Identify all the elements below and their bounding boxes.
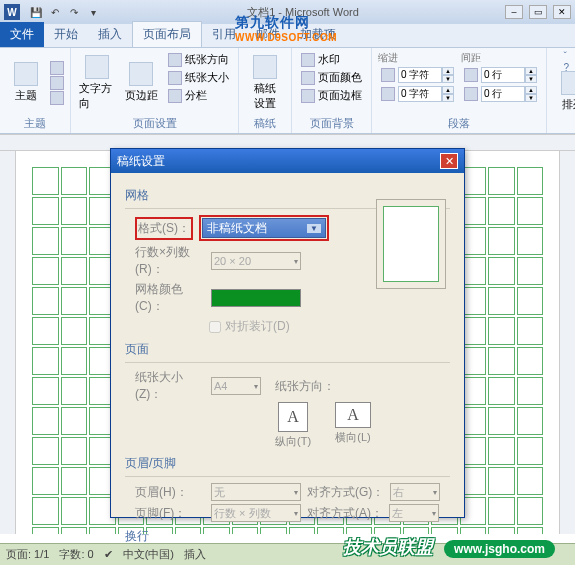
minimize-button[interactable]: – [505,5,523,19]
spacing-label: 间距 [461,51,540,65]
spacing-after[interactable]: ▲▼ [461,85,540,103]
qat-more-icon[interactable]: ▾ [85,4,101,20]
status-mode[interactable]: 插入 [184,547,206,562]
indent-left[interactable]: ▲▼ [378,66,457,84]
indent-right-input[interactable] [398,86,442,102]
footer-align-select: 左▾ [389,504,439,522]
group-label-page-setup: 页面设置 [77,114,232,131]
ribbon-group-gaozhi: 稿纸 设置 稿纸 [239,48,292,133]
footer-watermark: 技术员联盟 www.jsgho.com [343,535,555,559]
spacing-after-input[interactable] [481,86,525,102]
dialog-titlebar[interactable]: 稿纸设置 ✕ [111,149,464,173]
tab-file[interactable]: 文件 [0,22,44,47]
group-label-paragraph: 段落 [378,114,540,131]
gridcolor-label: 网格颜色(C)： [135,281,205,315]
header-align-select: 右▾ [390,483,440,501]
footer-label: 页脚(F)： [135,505,205,522]
paper-direction-button[interactable]: 纸张方向 [165,51,232,68]
tab-insert[interactable]: 插入 [88,22,132,47]
text-direction-button[interactable]: 文字方向 [77,51,117,114]
vertical-scrollbar[interactable] [559,151,575,534]
theme-colors-icon[interactable] [50,61,64,75]
format-label: 格式(S)： [138,221,190,235]
dialog-title: 稿纸设置 [117,153,165,170]
ribbon-group-arrange: 排列 [547,48,575,133]
page-border-button[interactable]: 页面边框 [298,87,365,104]
spacing-before-input[interactable] [481,67,525,83]
section-header-footer: 页眉/页脚 [125,455,450,472]
columns-button[interactable]: 分栏 [165,87,232,104]
word-app-icon: W [4,4,20,20]
undo-icon[interactable]: ↶ [47,4,63,20]
group-label-gaozhi: 稿纸 [245,114,285,131]
gaozhi-settings-dialog: 稿纸设置 ✕ 网格 格式(S)： 非稿纸文档▼ 行数×列数(R)：20 × 20… [110,148,465,518]
grid-preview [376,199,446,289]
tab-page-layout[interactable]: 页面布局 [132,21,202,47]
quick-access-toolbar: 💾 ↶ ↷ ▾ [28,4,101,20]
save-icon[interactable]: 💾 [28,4,44,20]
rowcol-label: 行数×列数(R)： [135,244,205,278]
gridcolor-select [211,289,301,307]
close-button[interactable]: ✕ [553,5,571,19]
vertical-ruler[interactable] [0,151,16,534]
theme-effects-icon[interactable] [50,91,64,105]
group-label-page-bg: 页面背景 [298,114,365,131]
ribbon-group-page-setup: 文字方向 页边距 纸张方向 纸张大小 分栏 页面设置 [71,48,239,133]
footer-select: 行数 × 列数▾ [211,504,301,522]
papersize-select: A4▾ [211,377,261,395]
spacing-before[interactable]: ▲▼ [461,66,540,84]
indent-label: 缩进 [378,51,457,65]
margins-button[interactable]: 页边距 [121,51,161,114]
page-color-button[interactable]: 页面颜色 [298,69,365,86]
section-page: 页面 [125,341,450,358]
papersize-label: 纸张大小(Z)： [135,369,205,403]
status-page[interactable]: 页面: 1/1 [6,547,49,562]
dialog-close-button[interactable]: ✕ [440,153,458,169]
paper-size-button[interactable]: 纸张大小 [165,69,232,86]
status-language[interactable]: 中文(中国) [123,547,174,562]
theme-fonts-icon[interactable] [50,76,64,90]
ribbon-minimize-icon[interactable]: ˇ? [563,51,569,73]
header-label: 页眉(H)： [135,484,205,501]
orientation-landscape: A横向(L) [335,402,371,449]
tab-home[interactable]: 开始 [44,22,88,47]
watermark-button[interactable]: 水印 [298,51,365,68]
rowcol-select: 20 × 20▾ [211,252,301,270]
footer-align-label: 对齐方式(A)： [307,505,383,522]
gaozhi-settings-button[interactable]: 稿纸 设置 [245,51,285,114]
indent-right[interactable]: ▲▼ [378,85,457,103]
site-watermark: 第九软件网 WWW.D9SOFT.COM [235,14,337,43]
status-words[interactable]: 字数: 0 [59,547,93,562]
orientation-portrait: A纵向(T) [275,402,311,449]
header-select: 无▾ [211,483,301,501]
ribbon-group-theme: 主题 主题 [0,48,71,133]
redo-icon[interactable]: ↷ [66,4,82,20]
indent-left-input[interactable] [398,67,442,83]
ribbon-group-page-bg: 水印 页面颜色 页面边框 页面背景 [292,48,372,133]
paperdir-label: 纸张方向： [275,378,335,395]
ribbon-group-paragraph: 缩进 ▲▼ ▲▼ 间距 ▲▼ ▲▼ 段落 [372,48,547,133]
ribbon: 主题 主题 文字方向 页边距 纸张方向 纸张大小 分栏 页面设置 稿纸 设置 稿… [0,48,575,134]
theme-button[interactable]: 主题 [6,51,46,114]
maximize-button[interactable]: ▭ [529,5,547,19]
format-select[interactable]: 非稿纸文档▼ [202,218,326,238]
group-label-theme: 主题 [6,114,64,131]
header-align-label: 对齐方式(G)： [307,484,384,501]
foldbind-checkbox: 对折装订(D) [209,318,450,335]
